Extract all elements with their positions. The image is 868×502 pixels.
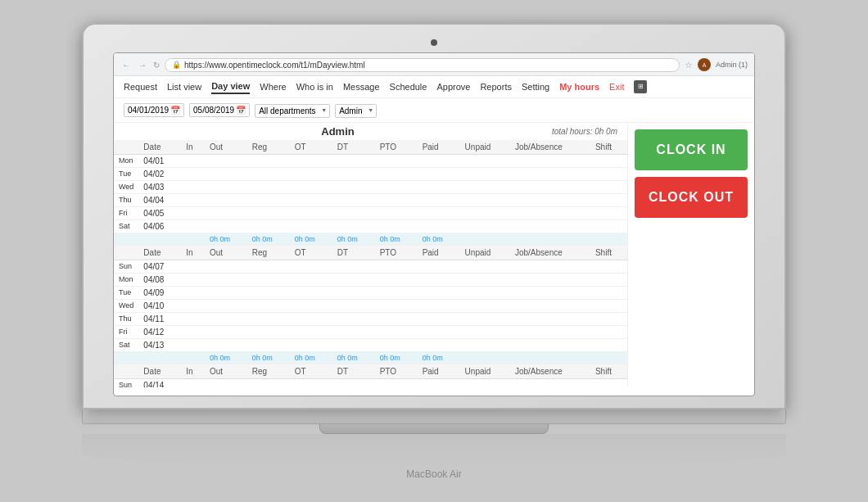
url-text: https://www.opentimeclock.com/t1/mDayvie… (184, 61, 365, 70)
user-select-wrapper: Admin (335, 102, 377, 118)
shift-cell (590, 154, 627, 167)
nav-day-view[interactable]: Day view (211, 79, 250, 94)
laptop-label: MacBook Air (82, 468, 786, 480)
day-label: Sun (114, 260, 138, 273)
nav-who-is-in[interactable]: Who is in (296, 80, 333, 93)
table-header-row-3: Date In Out Reg OT DT PTO Paid Unpaid Jo… (114, 364, 627, 378)
address-bar[interactable]: 🔒 https://www.opentimeclock.com/t1/mDayv… (165, 58, 680, 72)
th-in: In (181, 140, 205, 155)
nav-exit[interactable]: Exit (609, 80, 624, 93)
date-to-value: 05/08/2019 (193, 106, 234, 115)
table-row: Tue 04/09 (114, 286, 627, 299)
date-to-input[interactable]: 05/08/2019 📅 (189, 103, 250, 117)
day-label: Fri (114, 206, 138, 219)
summary-reg-2: 0h 0m (205, 351, 247, 364)
day-label: Thu (114, 193, 138, 206)
screen-content: ← → ↻ 🔒 https://www.opentimeclock.com/t1… (113, 52, 755, 396)
in-cell (181, 154, 205, 167)
table-row: Sat 04/13 (114, 338, 627, 351)
date-cell: 04/14 (138, 378, 181, 387)
table-row: Wed 04/03 (114, 180, 627, 193)
date-cell: 04/06 (138, 219, 181, 233)
pto-cell (375, 154, 418, 167)
th-date: Date (138, 140, 181, 155)
clock-out-button[interactable]: CLOCK OUT (635, 177, 748, 218)
date-cell: 04/05 (138, 206, 181, 219)
nav-list-view[interactable]: List view (167, 80, 201, 93)
table-row: Fri 04/05 (114, 206, 627, 219)
nav-schedule[interactable]: Schedule (390, 80, 427, 93)
date-cell: 04/08 (138, 273, 181, 286)
grid-icon[interactable]: ⊞ (634, 80, 647, 93)
clock-in-button[interactable]: CLOCK IN (635, 129, 748, 170)
right-panel: CLOCK IN CLOCK OUT (627, 123, 754, 387)
summary-row: 0h 0m 0h 0m 0h 0m 0h 0m 0h 0m 0h 0m (114, 233, 627, 245)
bookmark-icon[interactable]: ☆ (685, 60, 693, 70)
browser-refresh-button[interactable]: ↻ (153, 61, 160, 70)
unpaid-cell (460, 154, 510, 167)
summary-pto-2: 0h 0m (332, 351, 375, 364)
table-row: Sun 04/07 (114, 260, 627, 273)
summary-reg: 0h 0m (205, 233, 247, 245)
nav-message[interactable]: Message (343, 80, 380, 93)
nav-reports[interactable]: Reports (480, 80, 512, 93)
table-area: Admin total hours: 0h 0m Date In Out Reg (114, 123, 627, 387)
summary-dt: 0h 0m (290, 233, 332, 245)
table-row: Mon 04/08 (114, 273, 627, 286)
nav-approve[interactable]: Approve (436, 80, 470, 93)
browser-forward-button[interactable]: → (137, 61, 148, 70)
filter-bar: 04/01/2019 📅 05/08/2019 📅 All department… (114, 98, 754, 123)
date-cell: 04/04 (138, 193, 181, 206)
th-dt: DT (332, 140, 375, 155)
dt-cell (332, 154, 375, 167)
admin-avatar: A (698, 58, 711, 71)
table-row: Wed 04/10 (114, 299, 627, 312)
date-from-calendar-icon[interactable]: 📅 (170, 106, 180, 115)
department-select[interactable]: All departments (255, 104, 330, 118)
table-row: Thu 04/04 (114, 193, 627, 206)
user-select[interactable]: Admin (335, 104, 377, 118)
summary-paid: 0h 0m (375, 233, 418, 245)
th-unpaid: Unpaid (460, 140, 510, 155)
ot-cell (290, 154, 332, 167)
date-cell: 04/12 (138, 325, 181, 338)
day-label: Wed (114, 299, 138, 312)
summary-pto: 0h 0m (332, 233, 375, 245)
total-hours: total hours: 0h 0m (552, 127, 617, 136)
table-row: Fri 04/12 (114, 325, 627, 338)
nav-request[interactable]: Request (124, 80, 157, 93)
reg-cell (247, 154, 290, 167)
date-cell: 04/03 (138, 180, 181, 193)
th-reg: Reg (247, 140, 290, 155)
laptop-reflection (82, 434, 786, 467)
th-ot: OT (290, 140, 332, 155)
th-day-2 (114, 245, 138, 260)
job-cell (510, 154, 590, 167)
summary-ot: 0h 0m (247, 233, 290, 245)
th-job: Job/Absence (510, 140, 590, 155)
nav-setting[interactable]: Setting (522, 80, 549, 93)
date-cell: 04/13 (138, 338, 181, 351)
laptop-stand (319, 424, 549, 434)
browser-chrome: ← → ↻ 🔒 https://www.opentimeclock.com/t1… (114, 53, 754, 76)
th-out: Out (205, 140, 247, 155)
day-label: Sat (114, 338, 138, 351)
table-row: Tue 04/02 (114, 167, 627, 180)
nav-where[interactable]: Where (260, 80, 286, 93)
th-paid: Paid (418, 140, 460, 155)
date-from-input[interactable]: 04/01/2019 📅 (124, 103, 184, 117)
paid-cell (418, 154, 460, 167)
laptop-camera (431, 39, 437, 46)
laptop-base (82, 409, 786, 424)
summary-dt-2: 0h 0m (290, 351, 332, 364)
day-label: Tue (114, 167, 138, 180)
day-label: Mon (114, 154, 138, 167)
department-select-wrapper: All departments (255, 102, 330, 118)
browser-back-button[interactable]: ← (120, 61, 132, 70)
th-pto: PTO (375, 140, 418, 155)
date-cell: 04/07 (138, 260, 181, 273)
th-date-2: Date (138, 245, 181, 260)
summary-paid-2: 0h 0m (375, 351, 418, 364)
date-to-calendar-icon[interactable]: 📅 (236, 106, 246, 115)
nav-my-hours[interactable]: My hours (559, 80, 599, 93)
